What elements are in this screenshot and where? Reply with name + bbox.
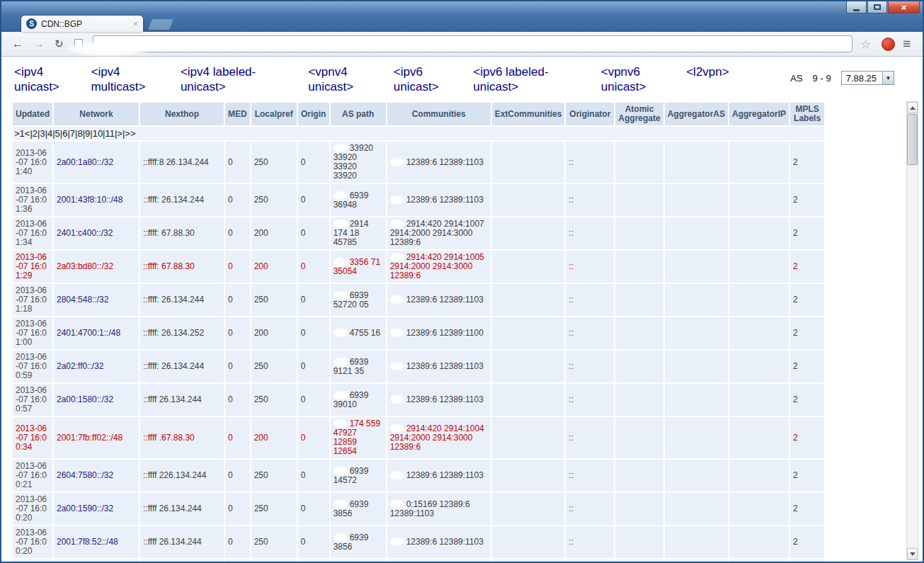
- cell-network[interactable]: 2a03:bd80::/32: [54, 251, 139, 283]
- nav-ipv4-unicast[interactable]: <ipv4 unicast>: [14, 65, 71, 94]
- cell-network[interactable]: 2a02:ff0::/32: [54, 351, 139, 382]
- cell-localpref: 250: [251, 384, 297, 416]
- address-bar[interactable]: [93, 35, 852, 52]
- pagination[interactable]: >1<|2|3|4|5|6|7|8|9|10|11|>|>>: [13, 127, 824, 140]
- window-minimize-button[interactable]: [846, 1, 867, 13]
- reload-button[interactable]: ↻: [55, 38, 64, 50]
- table-row: 2013-06-07 16:00:202a00:1590::/32::ffff …: [13, 493, 824, 525]
- peer-selector[interactable]: AS 9 - 9 7.88.25 ▼: [790, 71, 894, 85]
- cell-network[interactable]: 2604:7580::/32: [54, 460, 139, 491]
- cell-ext_communities: [492, 317, 565, 349]
- bookmark-star-icon[interactable]: ☆: [861, 38, 871, 51]
- cell-aggregator_as: [665, 184, 728, 216]
- cell-aggregator_ip: [729, 251, 789, 283]
- cell-origin: 0: [298, 217, 329, 249]
- cell-as_path: 6939 3856: [331, 493, 386, 525]
- cell-med: [225, 559, 250, 562]
- cell-atomic_aggregate: [615, 493, 663, 525]
- bgp-routes-table: UpdatedNetworkNexthopMEDLocalprefOriginA…: [11, 101, 826, 562]
- cell-as_path: 6939 39010: [331, 384, 386, 416]
- dropdown-arrow-icon[interactable]: ▼: [882, 72, 894, 84]
- cell-atomic_aggregate: [615, 559, 663, 562]
- nav-ipv4-multicast[interactable]: <ipv4 multicast>: [91, 65, 160, 94]
- cell-network[interactable]: 2001:43f8:10::/48: [54, 184, 139, 216]
- tab-close-icon[interactable]: ×: [133, 19, 138, 29]
- cell-nexthop: ::ffff .67.88.30: [140, 417, 224, 458]
- cell-network[interactable]: 2001:7f8:52::/48: [54, 526, 139, 558]
- cell-mpls_labels: 2: [790, 317, 824, 349]
- back-button[interactable]: ←: [12, 38, 23, 50]
- cell-network[interactable]: 2a00:1580::/32: [54, 384, 139, 416]
- nav-vpnv6-unicast[interactable]: <vpnv6 unicast>: [601, 65, 666, 94]
- menu-icon[interactable]: ≡: [903, 36, 911, 52]
- cell-origin: 0: [298, 142, 329, 183]
- cell-network[interactable]: 2401:4700:1::/48: [54, 317, 139, 349]
- maximize-icon: [874, 4, 881, 10]
- forward-button[interactable]: →: [33, 38, 45, 50]
- cell-mpls_labels: 2: [790, 251, 824, 283]
- cell-aggregator_ip: [729, 559, 789, 562]
- cell-as_path: 6939 36948: [331, 184, 386, 216]
- cell-localpref: 250: [251, 142, 297, 183]
- scrollbar-thumb[interactable]: [907, 114, 918, 165]
- cell-atomic_aggregate: [615, 526, 663, 558]
- cell-communities: 12389:6 12389:1103: [387, 184, 491, 216]
- cell-mpls_labels: 2: [790, 460, 824, 491]
- cell-mpls_labels: 2: [790, 417, 824, 458]
- cell-atomic_aggregate: [615, 142, 663, 183]
- cell-med: 0: [225, 142, 250, 183]
- window-maximize-button[interactable]: [867, 1, 887, 13]
- nav-l2vpn[interactable]: <l2vpn>: [686, 65, 729, 80]
- extension-icon[interactable]: [882, 38, 895, 51]
- cell-atomic_aggregate: [615, 184, 663, 216]
- table-row: 2013-06-07 16:01:292a03:bd80::/32::ffff:…: [13, 251, 824, 283]
- cell-nexthop: ::ffff 26.134.244: [140, 526, 224, 558]
- cell-network[interactable]: 2a00:1590::/32: [54, 493, 139, 525]
- cell-ext_communities: [492, 384, 565, 416]
- tab-title: CDN::BGP: [41, 19, 129, 29]
- cell-network[interactable]: 2804:548::/32: [54, 284, 139, 316]
- nav-vpnv4-unicast[interactable]: <vpnv4 unicast>: [308, 65, 373, 94]
- nav-ipv4-labeled-unicast[interactable]: <ipv4 labeled-unicast>: [181, 65, 288, 94]
- cell-atomic_aggregate: [615, 251, 663, 283]
- window-titlebar[interactable]: ×: [1, 1, 923, 15]
- cell-network[interactable]: 2001:7fb:ff02::/48: [54, 417, 139, 458]
- cell-communities: 12389:6 12389:1103: [387, 142, 491, 183]
- address-input[interactable]: [99, 38, 846, 50]
- cell-network[interactable]: 2a00:1a80::/32: [54, 142, 139, 183]
- cell-updated: 2013-06-07 16:00:21: [13, 460, 52, 491]
- page-scrollbar[interactable]: [906, 101, 918, 560]
- cell-origin: 0: [298, 351, 329, 382]
- table-row: 2013-06-07 16:01:342401:c400::/32::ffff:…: [13, 217, 824, 249]
- cell-nexthop: ::ffff 226.134.244: [140, 460, 224, 491]
- column-header-communities: Communities: [387, 103, 491, 125]
- table-row: 2013-06-07 16:00:202001:7f8:52::/48::fff…: [13, 526, 824, 558]
- cell-updated: 2013-06-07 16:01:40: [13, 142, 52, 183]
- cell-mpls_labels: 2: [790, 384, 824, 416]
- cell-communities: 12389:6 12389:1103: [387, 284, 491, 316]
- scroll-down-button[interactable]: [907, 548, 918, 559]
- nav-ipv6-labeled-unicast[interactable]: <ipv6 labeled-unicast>: [473, 65, 581, 94]
- cell-as_path: 2914 174 18 45785: [331, 217, 386, 249]
- new-tab-button[interactable]: [148, 19, 173, 30]
- cell-network[interactable]: [54, 559, 139, 562]
- cell-aggregator_as: [665, 251, 728, 283]
- column-header-network: Network: [54, 103, 139, 125]
- table-row: 2013-06-07 16:01:002401:4700:1::/48::fff…: [13, 317, 824, 349]
- browser-tab[interactable]: S CDN::BGP ×: [21, 16, 143, 32]
- cell-updated: 2013-06-07 16:00:20: [13, 493, 52, 525]
- cell-originator: [566, 559, 614, 562]
- window-close-button[interactable]: ×: [888, 1, 920, 13]
- cell-med: 0: [225, 460, 250, 491]
- cell-originator: ::: [566, 217, 614, 249]
- column-header-origin: Origin: [298, 103, 329, 125]
- peer-select-box[interactable]: 7.88.25 ▼: [841, 71, 894, 85]
- cell-updated: 2013-06-07 16:00:34: [13, 417, 52, 458]
- cell-network[interactable]: 2401:c400::/32: [54, 217, 139, 249]
- cell-atomic_aggregate: [615, 217, 663, 249]
- nav-ipv6-unicast[interactable]: <ipv6 unicast>: [394, 65, 453, 94]
- scroll-up-button[interactable]: [907, 102, 918, 113]
- page-content: <ipv4 unicast> <ipv4 multicast> <ipv4 la…: [1, 57, 923, 562]
- peer-as-label: AS: [790, 73, 802, 84]
- cell-as_path: 6939 3856: [331, 526, 386, 558]
